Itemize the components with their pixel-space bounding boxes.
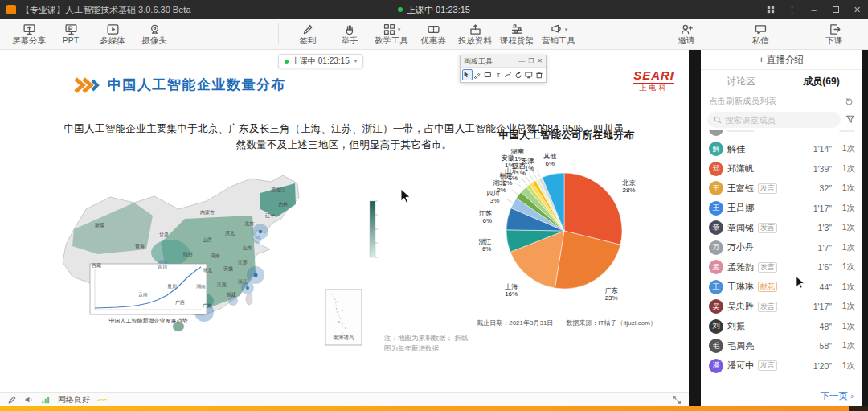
clear-tool-button[interactable] bbox=[534, 70, 543, 80]
teaching-tools-button[interactable]: ▾ 教学工具 bbox=[371, 23, 412, 46]
undo-tool-button[interactable] bbox=[514, 70, 523, 80]
member-name: 王富钰 bbox=[727, 183, 754, 195]
camera-button[interactable]: 摄像头 bbox=[133, 23, 175, 46]
filter-button[interactable] bbox=[845, 113, 855, 127]
course-shelf-button[interactable]: 课程货架 bbox=[496, 23, 538, 46]
annotate-pen-icon[interactable] bbox=[7, 395, 17, 405]
app-logo-icon bbox=[6, 5, 16, 14]
member-row[interactable]: 王 王吕娜 1'17" 1次 bbox=[709, 199, 855, 219]
next-page-link[interactable]: 下一页 › bbox=[820, 390, 854, 402]
member-search-box[interactable] bbox=[707, 112, 841, 128]
palette-minimize-button[interactable]: — bbox=[518, 58, 525, 64]
member-row[interactable]: 刘 刘振 48" 1次 bbox=[709, 317, 855, 337]
chevron-right-icon: › bbox=[850, 391, 854, 401]
live-intro-button[interactable]: + 直播介绍 bbox=[701, 50, 862, 70]
member-badge: 发言 bbox=[758, 223, 777, 233]
expand-icon[interactable] bbox=[672, 395, 682, 405]
invite-button[interactable]: 邀请 bbox=[665, 23, 707, 46]
search-input[interactable] bbox=[725, 115, 834, 125]
member-speak-time: 58" bbox=[820, 341, 832, 351]
shape-tool-button[interactable] bbox=[484, 70, 493, 80]
member-name: 吴忠胜 bbox=[727, 301, 754, 313]
map-province-label: 西藏 bbox=[92, 263, 101, 269]
pen-tool-button[interactable] bbox=[473, 70, 482, 80]
raise-hand-button[interactable]: 举手 bbox=[329, 23, 371, 46]
coupon-button[interactable]: 优惠券 bbox=[412, 23, 454, 46]
materials-button[interactable]: 投放资料 bbox=[454, 23, 496, 46]
refresh-member-list[interactable]: 点击刷新成员列表 bbox=[701, 92, 862, 110]
member-row[interactable]: 王 王琳琳 献花 44" 1次 bbox=[709, 277, 855, 298]
slide-canvas: 上课中 01:23:15 ▾ 画板工具 — ❒ ✕ T bbox=[0, 50, 689, 392]
text-tool-button[interactable]: T bbox=[493, 70, 502, 80]
chart-footer: 截止日期：2021年3月31日 数据来源：IT桔子（itjuzi.com） bbox=[450, 319, 683, 327]
multimedia-button[interactable]: 多媒体 bbox=[92, 23, 133, 46]
more-menu-button[interactable]: ⋮ bbox=[781, 0, 803, 19]
map-province-label: 湖南 bbox=[196, 284, 206, 289]
avatar: 孟 bbox=[709, 260, 723, 274]
layout-grid-button[interactable] bbox=[760, 0, 781, 19]
pie-leader-line bbox=[522, 179, 527, 185]
map-province-label: 广东 bbox=[203, 302, 212, 308]
teaching-tools-icon bbox=[383, 23, 396, 36]
map-province-label: 河南 bbox=[211, 253, 220, 258]
avatar: 解 bbox=[709, 142, 723, 156]
palette-close-button[interactable]: ✕ bbox=[537, 58, 542, 64]
member-row[interactable]: 郑 郑潇帆 1'39" 1次 bbox=[709, 159, 855, 179]
member-row[interactable]: 王 王富钰 发言 32" 1次 bbox=[709, 179, 855, 199]
select-tool-button[interactable] bbox=[463, 70, 472, 80]
status-bar: 网络良好 bbox=[0, 392, 689, 406]
curve-tool-button[interactable] bbox=[504, 70, 513, 80]
member-row[interactable]: 毛 毛周亮 58" 1次 bbox=[709, 336, 855, 356]
map-province-label: 湖北 bbox=[203, 267, 212, 273]
tool-label: 签到 bbox=[300, 36, 317, 46]
tab-discussion[interactable]: 讨论区 bbox=[701, 70, 781, 92]
close-button[interactable]: ✕ bbox=[846, 0, 868, 19]
member-speak-time: 1'6" bbox=[818, 262, 832, 272]
member-name: 王吕娜 bbox=[727, 202, 754, 214]
board-tool-button[interactable] bbox=[525, 70, 534, 80]
member-name: 孟雅韵 bbox=[727, 261, 754, 273]
map-province-label: 山西 bbox=[203, 237, 212, 243]
member-speak-time: 1'39" bbox=[813, 164, 832, 174]
member-speak-count: 1次 bbox=[836, 163, 855, 175]
speaker-icon[interactable] bbox=[24, 395, 34, 405]
member-speak-count: 1次 bbox=[836, 222, 855, 233]
member-badge: 发言 bbox=[758, 360, 777, 371]
minimize-button[interactable]: – bbox=[803, 0, 825, 19]
tab-members[interactable]: 成员(69) bbox=[781, 70, 862, 92]
window-title: 【专业课】人工智能技术基础 3.0.6.30 Beta bbox=[21, 4, 191, 16]
tool-label: 下课 bbox=[826, 36, 843, 46]
map-province-label: 安徽 bbox=[223, 265, 233, 272]
member-name: 毛周亮 bbox=[727, 340, 754, 352]
class-timer-pill[interactable]: 上课中 01:23:15 ▾ bbox=[278, 54, 363, 68]
pie-label: 其他6% bbox=[543, 153, 556, 167]
member-row[interactable]: 孟 孟雅韵 发言 1'6" 1次 bbox=[709, 257, 855, 277]
seari-logo: SEARI 上电科 bbox=[633, 69, 674, 92]
member-row[interactable]: 章 章闻铭 发言 1'3" 1次 bbox=[709, 218, 855, 238]
direct-message-button[interactable]: 私信 bbox=[739, 23, 781, 46]
screen-share-button[interactable]: 屏幕分享 bbox=[8, 23, 50, 46]
pen-icon bbox=[473, 71, 481, 79]
member-row[interactable]: 吴 吴忠胜 发言 1'17" 1次 bbox=[709, 297, 855, 317]
member-row[interactable]: 万 万小丹 1'7" 1次 bbox=[709, 238, 855, 258]
avatar: 刘 bbox=[709, 319, 723, 334]
text-icon: T bbox=[494, 71, 502, 79]
member-row[interactable]: 潘 潘可中 发言 1'20" 1次 bbox=[709, 356, 855, 376]
member-row[interactable]: 解 解佳 1'14" 1次 bbox=[709, 139, 855, 159]
avatar: 万 bbox=[709, 240, 723, 255]
trend-inset-caption: 中国人工智能新增企业发展趋势 bbox=[90, 317, 207, 325]
map-province-label: 山东 bbox=[243, 245, 252, 250]
map-province-label: 浙江 bbox=[238, 279, 248, 284]
marketing-tools-button[interactable]: ▾ 营销工具 bbox=[538, 23, 579, 46]
avatar: 潘 bbox=[709, 359, 723, 373]
ppt-button[interactable]: PPT bbox=[50, 23, 92, 46]
member-speak-time: 1'20" bbox=[813, 361, 832, 371]
slide-title-row: 中国人工智能企业数量分布 bbox=[74, 76, 286, 94]
member-speak-time: 1'3" bbox=[818, 223, 832, 232]
sign-in-button[interactable]: 签到 bbox=[287, 23, 329, 46]
camera-icon bbox=[148, 23, 162, 36]
tool-label: 优惠券 bbox=[420, 36, 446, 46]
restore-button[interactable] bbox=[825, 0, 846, 19]
end-class-button[interactable]: 下课 bbox=[813, 23, 855, 46]
palette-popout-button[interactable]: ❒ bbox=[528, 58, 534, 64]
